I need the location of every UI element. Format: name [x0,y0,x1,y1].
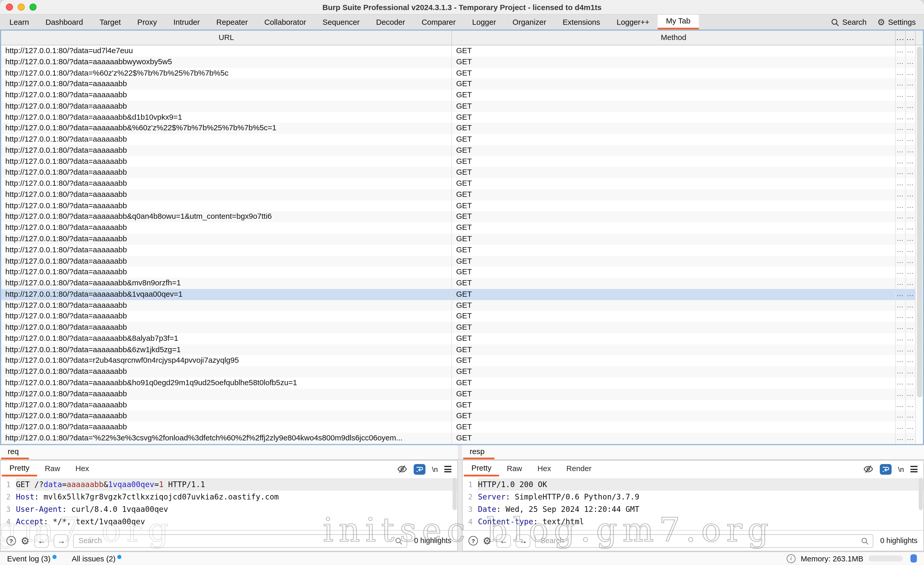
scrollbar-thumb[interactable] [916,47,922,398]
editor-tab-pretty[interactable]: Pretty [464,462,499,476]
response-editor[interactable]: 1HTTP/1.0 200 OK2Server: SimpleHTTP/0.6 … [462,476,923,530]
table-row[interactable]: http://127.0.0.1:80/?data=aaaaaabbGET...… [1,267,923,278]
table-row[interactable]: http://127.0.0.1:80/?data=aaaaaabb&mv8n9… [1,278,923,289]
nav-tab-proxy[interactable]: Proxy [129,15,165,29]
nav-tab-logger[interactable]: Logger [464,15,504,29]
table-row[interactable]: http://127.0.0.1:80/?data=aaaaaabbGET...… [1,156,923,167]
nav-tab-organizer[interactable]: Organizer [504,15,554,29]
close-window-button[interactable] [6,4,13,11]
table-row[interactable]: http://127.0.0.1:80/?data=r2ub4asqrcnwf0… [1,355,923,366]
table-row[interactable]: http://127.0.0.1:80/?data=aaaaaabbGET...… [1,90,923,101]
help-icon[interactable]: ? [468,536,478,545]
overflow-cell: ... [896,289,906,300]
nav-tab-extensions[interactable]: Extensions [554,15,608,29]
menu-icon[interactable] [910,464,917,474]
next-match-button[interactable]: → [54,534,69,548]
event-log-button[interactable]: Event log (3) [7,554,56,563]
gear-icon[interactable]: ⚙ [21,536,30,546]
table-row[interactable]: http://127.0.0.1:80/?data=aaaaaabbGET...… [1,134,923,145]
editor-tab-hex[interactable]: Hex [530,462,559,476]
hide-nonprintable-icon[interactable] [397,464,407,473]
column-header-url[interactable]: URL [1,31,452,45]
nav-tab-sequencer[interactable]: Sequencer [314,15,368,29]
table-row[interactable]: http://127.0.0.1:80/?data=aaaaaabb&1vqaa… [1,289,923,300]
next-match-button[interactable]: → [516,534,531,548]
nav-tab-collaborator[interactable]: Collaborator [256,15,314,29]
line-content: HTTP/1.0 200 OK [478,478,924,491]
menu-icon[interactable] [444,464,451,474]
editor-tab-raw[interactable]: Raw [499,462,530,476]
editor-tab-raw[interactable]: Raw [37,462,68,476]
table-row[interactable]: http://127.0.0.1:80/?data=aaaaaabb&6zw1j… [1,344,923,355]
nav-tab-logger[interactable]: Logger++ [608,15,658,29]
minimize-window-button[interactable] [18,4,25,11]
request-search-input[interactable] [74,536,395,545]
table-row[interactable]: http://127.0.0.1:80/?data=aaaaaabbGET...… [1,178,923,189]
table-row[interactable]: http://127.0.0.1:80/?data=aaaaaabb&q0an4… [1,211,923,222]
global-search-button[interactable]: Search [831,18,867,27]
nav-tab-decoder[interactable]: Decoder [368,15,413,29]
table-vertical-scrollbar[interactable] [916,45,923,444]
editor-tab-hex[interactable]: Hex [68,462,97,476]
response-search-input[interactable] [536,536,861,545]
column-header-overflow[interactable]: ... [896,31,906,45]
request-tab[interactable]: req [1,445,29,460]
table-row[interactable]: http://127.0.0.1:80/?data=aaaaaabbGET...… [1,200,923,211]
table-row[interactable]: http://127.0.0.1:80/?data=aaaaaabbGET...… [1,300,923,311]
editor-tab-render[interactable]: Render [559,462,599,476]
nav-tab-dashboard[interactable]: Dashboard [38,15,91,29]
gear-icon[interactable]: ⚙ [483,536,492,546]
nav-tab-repeater[interactable]: Repeater [208,15,256,29]
column-header-overflow[interactable]: ... [906,31,916,45]
table-row[interactable]: http://127.0.0.1:80/?data=aaaaaabbGET...… [1,101,923,112]
request-editor[interactable]: 1GET /?data=aaaaaabb&1vqaa00qev=1 HTTP/1… [0,476,457,530]
table-row[interactable]: http://127.0.0.1:80/?data=aaaaaabbGET...… [1,422,923,433]
table-row[interactable]: http://127.0.0.1:80/?data=aaaaaabbGET...… [1,311,923,322]
table-row[interactable]: http://127.0.0.1:80/?data=aaaaaabb&ho91q… [1,377,923,389]
nav-tab-learn[interactable]: Learn [1,15,38,29]
nav-tab-my-tab[interactable]: My Tab [658,15,699,29]
hide-nonprintable-icon[interactable] [863,464,873,473]
editor-tab-pretty[interactable]: Pretty [2,462,37,476]
table-row[interactable]: http://127.0.0.1:80/?data=aaaaaabb&%60z'… [1,123,923,134]
response-tab[interactable]: resp [463,445,495,460]
table-row[interactable]: http://127.0.0.1:80/?data=aaaaaabbGET...… [1,189,923,200]
table-row[interactable]: http://127.0.0.1:80/?data=aaaaaabbGET...… [1,410,923,422]
table-row[interactable]: http://127.0.0.1:80/?data=aaaaaabb&d1b10… [1,112,923,123]
info-icon[interactable]: i [787,554,795,563]
column-header-method[interactable]: Method [452,31,896,45]
table-row[interactable]: http://127.0.0.1:80/?data=aaaaaabbGET...… [1,255,923,267]
table-row[interactable]: http://127.0.0.1:80/?data=aaaaaabbGET...… [1,233,923,245]
newline-toggle[interactable]: \n [898,465,904,473]
table-row[interactable]: http://127.0.0.1:80/?data=aaaaaabbGET...… [1,222,923,233]
table-row[interactable]: http://127.0.0.1:80/?data=aaaaaabbGET...… [1,366,923,377]
table-row[interactable]: http://127.0.0.1:80/?data=%60z'z%22$%7b%… [1,68,923,79]
previous-match-button[interactable]: ← [496,534,511,548]
method-cell: GET [452,300,896,311]
nav-tab-intruder[interactable]: Intruder [165,15,208,29]
help-icon[interactable]: ? [6,536,16,545]
nav-tab-comparer[interactable]: Comparer [413,15,464,29]
editor-scrollbar-thumb[interactable] [453,478,457,510]
all-issues-button[interactable]: All issues (2) [72,554,122,563]
table-row[interactable]: http://127.0.0.1:80/?data=aaaaaabbGET...… [1,389,923,400]
table-row[interactable]: http://127.0.0.1:80/?data=aaaaaabbGET...… [1,79,923,90]
table-row[interactable]: http://127.0.0.1:80/?data=ud7l4e7euuGET.… [1,45,923,57]
table-row[interactable]: http://127.0.0.1:80/?data=aaaaaabbGET...… [1,167,923,178]
table-row[interactable]: http://127.0.0.1:80/?data=aaaaaabbGET...… [1,322,923,333]
zoom-window-button[interactable] [29,4,36,11]
settings-button[interactable]: ⚙ Settings [877,18,916,27]
table-row[interactable]: http://127.0.0.1:80/?data=aaaaaabbwywoxb… [1,57,923,68]
table-row[interactable]: http://127.0.0.1:80/?data=aaaaaabb&8alya… [1,333,923,344]
word-wrap-toggle[interactable] [880,464,892,475]
url-cell: http://127.0.0.1:80/?data=aaaaaabb [1,422,452,433]
table-row[interactable]: http://127.0.0.1:80/?data=aaaaaabbGET...… [1,145,923,156]
table-row[interactable]: http://127.0.0.1:80/?data=aaaaaabbGET...… [1,400,923,411]
previous-match-button[interactable]: ← [34,534,49,548]
newline-toggle[interactable]: \n [432,465,438,473]
editor-scrollbar-thumb[interactable] [919,478,923,510]
nav-tab-target[interactable]: Target [91,15,129,29]
word-wrap-toggle[interactable] [414,464,426,475]
table-row[interactable]: http://127.0.0.1:80/?data=aaaaaabbGET...… [1,245,923,255]
table-row[interactable]: http://127.0.0.1:80/?data='%22%3e%3csvg%… [1,433,923,444]
